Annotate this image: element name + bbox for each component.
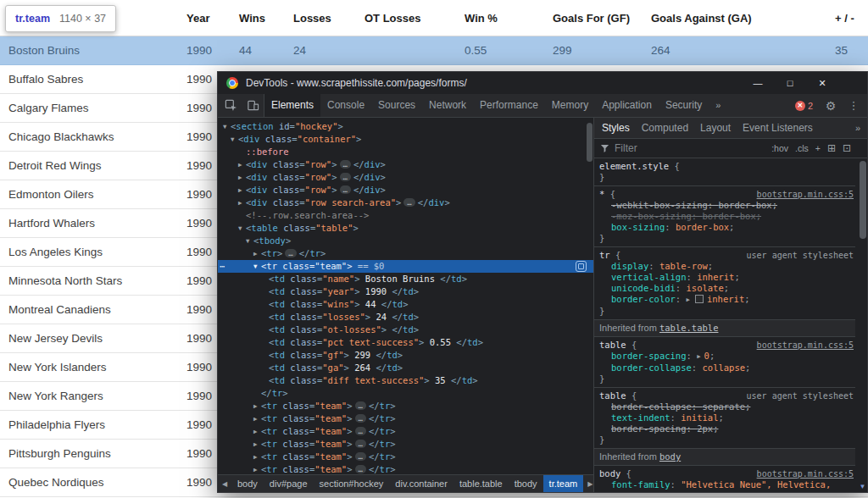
- collapse-arrow-icon[interactable]: ▼: [223, 120, 231, 133]
- expand-ellipsis-button[interactable]: …: [340, 160, 351, 169]
- breadcrumb-div-page[interactable]: div#page: [264, 475, 314, 492]
- sidebar-pane-icon[interactable]: ⊡: [843, 142, 851, 154]
- breadcrumb-section-hockey[interactable]: section#hockey: [314, 475, 390, 492]
- tab-security[interactable]: Security: [659, 94, 709, 117]
- breadcrumb-tbody[interactable]: tbody: [509, 475, 543, 492]
- collapse-arrow-icon[interactable]: ▼: [253, 260, 261, 273]
- dom-tree-node[interactable]: ▶<tr class="team">…</tr>: [218, 425, 593, 438]
- sidebar-tabs-overflow[interactable]: »: [855, 123, 867, 133]
- rule-selector[interactable]: tr: [599, 250, 610, 260]
- expand-arrow-icon[interactable]: ▶: [253, 400, 261, 412]
- css-property[interactable]: border-spacing: 2px;: [599, 423, 854, 434]
- expand-ellipsis-button[interactable]: …: [285, 249, 296, 257]
- dom-tree-node[interactable]: <td class="ot-losses"> </td>: [218, 324, 593, 336]
- css-property[interactable]: border-color: ▶ inherit;: [599, 294, 854, 306]
- dom-tree-node[interactable]: <td class="wins"> 44 </td>: [218, 298, 593, 311]
- styles-toolbar-hov[interactable]: :hov: [771, 143, 788, 153]
- minimize-button[interactable]: —: [742, 78, 774, 89]
- crumbs-scroll-right-icon[interactable]: ▶: [583, 480, 593, 488]
- expand-ellipsis-button[interactable]: …: [340, 185, 351, 194]
- rule-selector[interactable]: table: [599, 390, 626, 401]
- dom-tree-node[interactable]: ▼<tbody>: [218, 235, 593, 247]
- stylesheet-link[interactable]: bootstrap.min.css:5: [752, 340, 854, 351]
- css-property[interactable]: -moz-box-sizing: border-box;: [599, 211, 854, 222]
- dom-tree-node[interactable]: ▶<div class="row">…</div>: [218, 184, 593, 196]
- panel-tabs-overflow[interactable]: »: [709, 94, 727, 117]
- reveal-node-icon[interactable]: [576, 261, 587, 272]
- expand-arrow-icon[interactable]: ▶: [253, 463, 261, 474]
- computed-grid-icon[interactable]: ⊞: [827, 142, 836, 154]
- css-property[interactable]: border-spacing: ▶ 0;: [599, 351, 854, 362]
- expand-arrow-icon[interactable]: ▶: [238, 158, 246, 171]
- expand-arrow-icon[interactable]: ▶: [238, 171, 246, 184]
- tab-console[interactable]: Console: [320, 94, 371, 117]
- css-property[interactable]: display: table-row;: [599, 261, 854, 272]
- dom-tree-node[interactable]: <td class="name"> Boston Bruins </td>: [218, 273, 593, 285]
- css-property[interactable]: box-sizing: border-box;: [599, 222, 854, 233]
- dom-tree-node[interactable]: ⋯▼<tr class="team"> == $0: [218, 260, 593, 273]
- expand-ellipsis-button[interactable]: …: [355, 465, 366, 473]
- sidebar-tab-styles[interactable]: Styles: [596, 118, 636, 138]
- css-property[interactable]: font-family: "Helvetica Neue", Helvetica…: [599, 479, 854, 492]
- expand-ellipsis-button[interactable]: …: [355, 440, 366, 448]
- maximize-button[interactable]: □: [774, 78, 806, 89]
- dom-tree-node[interactable]: <td class="losses"> 24 </td>: [218, 311, 593, 324]
- dom-tree-node[interactable]: ▶<div class="row">…</div>: [218, 171, 593, 184]
- expand-arrow-icon[interactable]: ▶: [253, 247, 261, 260]
- css-property[interactable]: -webkit-box-sizing: border-box;: [599, 200, 854, 211]
- collapse-arrow-icon[interactable]: ▼: [246, 235, 253, 247]
- sidebar-tab-event-listeners[interactable]: Event Listeners: [737, 118, 819, 138]
- dom-tree-node[interactable]: <td class="year"> 1990 </td>: [218, 285, 593, 298]
- css-property[interactable]: text-indent: initial;: [599, 412, 854, 423]
- expand-ellipsis-button[interactable]: …: [355, 427, 366, 435]
- breadcrumb-body[interactable]: body: [231, 475, 264, 492]
- tab-application[interactable]: Application: [595, 94, 659, 117]
- dom-tree-node[interactable]: <!--.row.search-area-->: [218, 209, 593, 222]
- inspect-element-icon[interactable]: [220, 94, 242, 117]
- dom-tree-node[interactable]: ▶<tr class="team">…</tr>: [218, 451, 593, 463]
- dom-tree-node[interactable]: <td class="ga"> 264 </td>: [218, 362, 593, 374]
- css-property[interactable]: border-collapse: separate;: [599, 401, 854, 412]
- expand-ellipsis-button[interactable]: …: [403, 198, 415, 207]
- dom-tree-node[interactable]: <td class="gf"> 299 </td>: [218, 349, 593, 362]
- device-toolbar-icon[interactable]: [242, 94, 264, 117]
- dom-tree-node[interactable]: ▶<tr class="team">…</tr>: [218, 438, 593, 451]
- dom-tree-node[interactable]: ▶<tr class="team">…</tr>: [218, 412, 593, 425]
- expand-arrow-icon[interactable]: ▶: [253, 425, 261, 438]
- css-property[interactable]: vertical-align: inherit;: [599, 272, 854, 283]
- expand-value-icon[interactable]: ▶: [697, 353, 704, 360]
- dom-tree-node[interactable]: ▶<tr>…</tr>: [218, 247, 593, 260]
- dom-tree-node[interactable]: <td class="pct text-success"> 0.55 </td>: [218, 336, 593, 349]
- sidebar-tab-layout[interactable]: Layout: [694, 118, 737, 138]
- dom-tree-node[interactable]: ▶<tr class="team">…</tr>: [218, 463, 593, 474]
- breadcrumb-div-container[interactable]: div.container: [389, 475, 453, 492]
- expand-arrow-icon[interactable]: ▶: [253, 412, 261, 425]
- tab-memory[interactable]: Memory: [545, 94, 595, 117]
- stylesheet-link[interactable]: bootstrap.min.css:5: [752, 189, 854, 200]
- expand-arrow-icon[interactable]: ▶: [238, 184, 246, 196]
- filter-input[interactable]: Filter: [615, 142, 637, 154]
- color-swatch[interactable]: [695, 295, 704, 303]
- styles-scrollbar[interactable]: ▼: [858, 158, 867, 492]
- expand-ellipsis-button[interactable]: …: [355, 401, 366, 410]
- tab-elements[interactable]: Elements: [264, 94, 320, 117]
- scroll-down-icon[interactable]: ▼: [858, 483, 867, 490]
- dom-tree-node[interactable]: ▼<section id="hockey">: [218, 120, 593, 133]
- inherited-link[interactable]: body: [659, 451, 681, 462]
- breadcrumb-table-table[interactable]: table.table: [453, 475, 509, 492]
- styles-scrollbar-thumb[interactable]: [860, 161, 866, 239]
- expand-ellipsis-button[interactable]: …: [355, 452, 366, 461]
- error-badge[interactable]: ✕ 2: [795, 101, 813, 111]
- rule-selector[interactable]: body: [599, 468, 620, 479]
- expand-ellipsis-button[interactable]: …: [340, 173, 351, 181]
- expand-arrow-icon[interactable]: ▶: [253, 438, 261, 451]
- css-property[interactable]: border-collapse: collapse;: [599, 362, 854, 374]
- settings-gear-icon[interactable]: ⚙: [820, 99, 842, 113]
- expand-value-icon[interactable]: ▶: [687, 296, 693, 303]
- sidebar-tab-computed[interactable]: Computed: [636, 118, 694, 138]
- more-options-icon[interactable]: ⋮: [849, 99, 859, 112]
- collapse-arrow-icon[interactable]: ▼: [231, 133, 238, 146]
- dom-tree-node[interactable]: ▶<div class="row">…</div>: [218, 158, 593, 171]
- expand-arrow-icon[interactable]: ▶: [253, 451, 261, 463]
- dom-tree-node[interactable]: ::before: [218, 146, 593, 158]
